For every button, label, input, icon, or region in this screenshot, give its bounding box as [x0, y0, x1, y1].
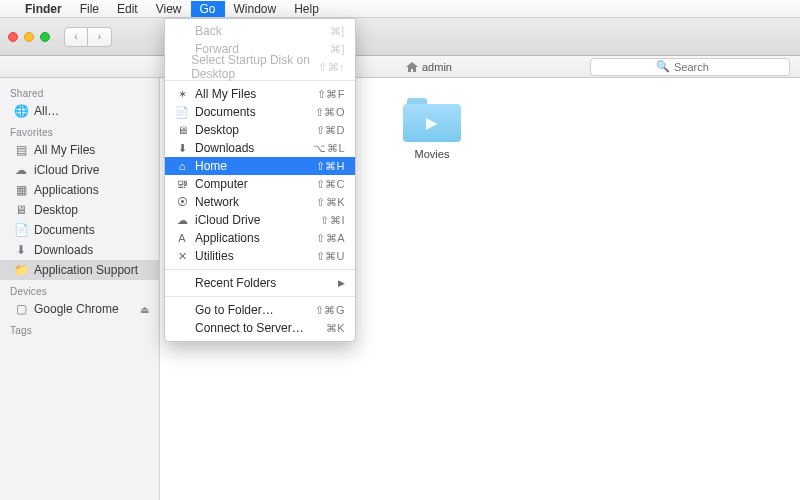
menu-item-label: Go to Folder…: [195, 303, 274, 317]
menu-shortcut: ⌘K: [326, 322, 345, 335]
disk-icon: ▢: [14, 302, 28, 316]
all-files-icon: ▤: [14, 143, 28, 157]
menu-item-connect-to-server-[interactable]: Connect to Server…⌘K: [165, 319, 355, 337]
sidebar-item-icloud-drive[interactable]: ☁iCloud Drive: [0, 160, 159, 180]
menu-item-icon: ☁: [175, 214, 189, 227]
submenu-arrow-icon: ▶: [338, 278, 345, 288]
sidebar-item-label: Applications: [34, 183, 99, 197]
menu-item-desktop[interactable]: 🖥Desktop⇧⌘D: [165, 121, 355, 139]
cloud-icon: ☁: [14, 163, 28, 177]
sidebar-item-label: Google Chrome: [34, 302, 119, 316]
menu-shortcut: ⇧⌘U: [316, 250, 345, 263]
menu-item-label: Documents: [195, 105, 256, 119]
menu-separator: [165, 269, 355, 270]
eject-icon[interactable]: ⏏: [140, 304, 149, 315]
sidebar-item-label: iCloud Drive: [34, 163, 99, 177]
search-input[interactable]: [674, 61, 724, 73]
folder-item[interactable]: ▶Movies: [400, 98, 464, 160]
menu-shortcut: ⇧⌘K: [316, 196, 345, 209]
downloads-icon: ⬇: [14, 243, 28, 257]
folder-icon: 📁: [14, 263, 28, 277]
menu-shortcut: ⇧⌘C: [316, 178, 345, 191]
zoom-window-button[interactable]: [40, 32, 50, 42]
menu-item-home[interactable]: ⌂Home⇧⌘H: [165, 157, 355, 175]
menu-item-recent-folders[interactable]: Recent Folders▶: [165, 274, 355, 292]
folder-label: Movies: [415, 148, 450, 160]
sidebar-heading: Tags: [0, 319, 159, 338]
menubar-file[interactable]: File: [71, 1, 108, 17]
menu-item-downloads[interactable]: ⬇Downloads⌥⌘L: [165, 139, 355, 157]
menu-item-icloud-drive[interactable]: ☁iCloud Drive⇧⌘I: [165, 211, 355, 229]
menu-item-documents[interactable]: 📄Documents⇧⌘O: [165, 103, 355, 121]
menu-item-network[interactable]: ⦿Network⇧⌘K: [165, 193, 355, 211]
menubar-window[interactable]: Window: [225, 1, 286, 17]
desktop-icon: 🖥: [14, 203, 28, 217]
menu-item-label: iCloud Drive: [195, 213, 260, 227]
sidebar-item-all-my-files[interactable]: ▤All My Files: [0, 140, 159, 160]
menu-item-label: Downloads: [195, 141, 254, 155]
menu-item-label: All My Files: [195, 87, 256, 101]
system-menubar: Finder File Edit View Go Window Help: [0, 0, 800, 18]
menu-shortcut: ⇧⌘O: [315, 106, 345, 119]
globe-icon: 🌐: [14, 104, 28, 118]
menu-item-utilities[interactable]: ✕Utilities⇧⌘U: [165, 247, 355, 265]
menu-item-icon: ⌂: [175, 160, 189, 172]
nav-buttons: ‹ ›: [64, 27, 112, 47]
menu-item-go-to-folder-[interactable]: Go to Folder…⇧⌘G: [165, 301, 355, 319]
menubar-go[interactable]: Go: [191, 1, 225, 17]
menu-shortcut: ⇧⌘I: [320, 214, 345, 227]
menu-item-applications[interactable]: AApplications⇧⌘A: [165, 229, 355, 247]
sidebar-item-desktop[interactable]: 🖥Desktop: [0, 200, 159, 220]
sidebar-heading: Devices: [0, 280, 159, 299]
menu-item-icon: 🖳: [175, 178, 189, 190]
search-icon: 🔍: [656, 60, 670, 73]
sidebar-item-label: All My Files: [34, 143, 95, 157]
menu-item-icon: 🖥: [175, 124, 189, 136]
sidebar-item-label: Downloads: [34, 243, 93, 257]
sidebar-item-label: Application Support: [34, 263, 138, 277]
close-window-button[interactable]: [8, 32, 18, 42]
finder-window: ‹ › ▦ ≡ admin 🔍 Shared🌐All…Favorites▤All…: [0, 18, 800, 500]
home-icon: [406, 62, 418, 72]
minimize-window-button[interactable]: [24, 32, 34, 42]
docs-icon: 📄: [14, 223, 28, 237]
sidebar-item-application-support[interactable]: 📁Application Support: [0, 260, 159, 280]
menu-shortcut: ⇧⌘H: [316, 160, 345, 173]
traffic-lights: [8, 32, 50, 42]
menu-item-label: Connect to Server…: [195, 321, 304, 335]
menu-shortcut: ⇧⌘A: [316, 232, 345, 245]
menu-item-icon: ✕: [175, 250, 189, 263]
sidebar-item-applications[interactable]: ▦Applications: [0, 180, 159, 200]
menu-item-label: Select Startup Disk on Desktop: [191, 53, 312, 81]
sidebar-item-documents[interactable]: 📄Documents: [0, 220, 159, 240]
menubar-edit[interactable]: Edit: [108, 1, 147, 17]
search-field[interactable]: 🔍: [590, 58, 790, 76]
sidebar-item-label: Desktop: [34, 203, 78, 217]
menu-item-computer[interactable]: 🖳Computer⇧⌘C: [165, 175, 355, 193]
sidebar-item-label: All…: [34, 104, 59, 118]
menubar-app[interactable]: Finder: [16, 1, 71, 17]
menu-item-label: Desktop: [195, 123, 239, 137]
menu-shortcut: ⇧⌘D: [316, 124, 345, 137]
menu-shortcut: ⌘[: [330, 25, 345, 38]
menu-item-icon: A: [175, 232, 189, 244]
sidebar-item-downloads[interactable]: ⬇Downloads: [0, 240, 159, 260]
menu-item-label: Network: [195, 195, 239, 209]
back-button[interactable]: ‹: [64, 27, 88, 47]
window-toolbar: ‹ › ▦ ≡: [0, 18, 800, 56]
menu-item-label: Utilities: [195, 249, 234, 263]
sidebar-heading: Favorites: [0, 121, 159, 140]
menu-item-all-my-files[interactable]: ✶All My Files⇧⌘F: [165, 85, 355, 103]
sidebar-item-all-[interactable]: 🌐All…: [0, 101, 159, 121]
path-breadcrumb[interactable]: admin: [406, 61, 452, 73]
finder-sidebar: Shared🌐All…Favorites▤All My Files☁iCloud…: [0, 78, 160, 500]
forward-button[interactable]: ›: [88, 27, 112, 47]
sidebar-item-google-chrome[interactable]: ▢Google Chrome⏏: [0, 299, 159, 319]
menu-separator: [165, 296, 355, 297]
menubar-help[interactable]: Help: [285, 1, 328, 17]
menu-shortcut: ⌥⌘L: [313, 142, 345, 155]
menu-shortcut: ⇧⌘F: [317, 88, 345, 101]
menubar-view[interactable]: View: [147, 1, 191, 17]
menu-shortcut: ⌘]: [330, 43, 345, 56]
menu-item-icon: 📄: [175, 106, 189, 119]
